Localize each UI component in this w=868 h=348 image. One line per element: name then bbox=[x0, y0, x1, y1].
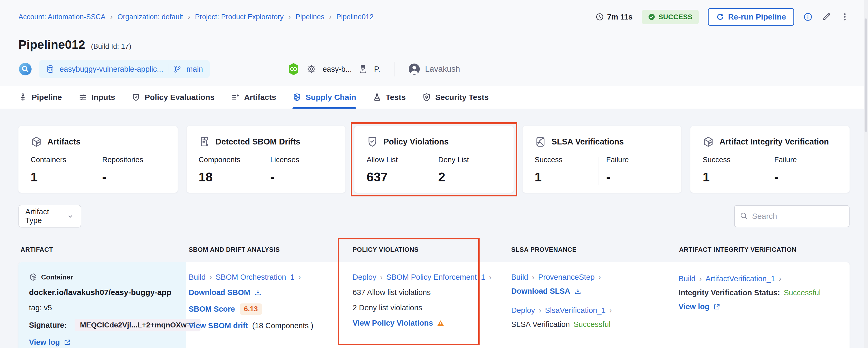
card-title: Artifacts bbox=[48, 137, 81, 147]
signature-value[interactable]: MEQCICde2Vjl...L+2+mqnOXw== bbox=[74, 319, 200, 331]
card-title: SLSA Verifications bbox=[552, 137, 624, 147]
chevron-separator: › bbox=[779, 274, 781, 283]
tab-pipeline[interactable]: Pipeline bbox=[19, 86, 62, 109]
shield-check-icon bbox=[367, 136, 378, 148]
tab-security-tests[interactable]: Security Tests bbox=[422, 86, 489, 109]
security-shield-icon bbox=[422, 93, 431, 102]
breadcrumb-account[interactable]: Account: Automation-SSCA bbox=[19, 13, 105, 21]
flask-icon bbox=[373, 93, 381, 102]
breadcrumb-separator: › bbox=[110, 13, 113, 21]
chevron-down-icon bbox=[66, 212, 74, 220]
slsa-verification-status: Successful bbox=[574, 320, 610, 329]
stat-label: Containers bbox=[31, 155, 94, 164]
card-sbom-drifts: Detected SBOM Drifts Components 18 Licen… bbox=[187, 126, 346, 193]
chevron-separator: › bbox=[598, 273, 601, 282]
step-link[interactable]: SBOM Policy Enforcement_1 bbox=[386, 273, 485, 282]
tab-artifacts[interactable]: Artifacts bbox=[231, 86, 276, 109]
tab-inputs[interactable]: Inputs bbox=[78, 86, 115, 109]
chevron-separator: › bbox=[538, 306, 541, 315]
column-header-slsa: SLSA PROVENANCE bbox=[508, 246, 676, 262]
breadcrumb-pipeline012[interactable]: Pipeline012 bbox=[336, 13, 373, 21]
slsa-cell: Build › ProvenanceStep › Download SLSA D… bbox=[508, 262, 676, 348]
edit-pencil-icon[interactable] bbox=[822, 12, 831, 22]
tab-bar: Pipeline Inputs Policy Evaluations Artif… bbox=[0, 86, 868, 109]
breadcrumb: Account: Automation-SSCA › Organization:… bbox=[19, 13, 374, 21]
stat-divider bbox=[598, 156, 598, 185]
stat-label: Licenses bbox=[270, 155, 333, 164]
view-policy-violations-link[interactable]: View Policy Violations bbox=[352, 319, 444, 327]
stage-link[interactable]: Build bbox=[679, 274, 696, 283]
step-link[interactable]: SlsaVerification_1 bbox=[545, 306, 606, 315]
stat-divider bbox=[262, 156, 262, 185]
supply-chain-shield-icon bbox=[292, 93, 302, 102]
stat-divider bbox=[430, 156, 430, 185]
stat-value: 2 bbox=[438, 170, 501, 184]
card-artifacts: Artifacts Containers 1 Repositories - bbox=[19, 126, 178, 193]
breadcrumb-project[interactable]: Project: Product Exploratory bbox=[195, 13, 283, 21]
breadcrumb-separator: › bbox=[329, 13, 332, 21]
repository-link[interactable]: easybuggy-vulnerable-applic... bbox=[60, 65, 163, 74]
artifact-image-name: docker.io/lavakush07/easy-buggy-app bbox=[29, 288, 175, 297]
column-header-integrity: ARTIFACT INTEGRITY VERIFICATION bbox=[676, 246, 849, 262]
allow-list-violations: 637 Allow list violations bbox=[352, 288, 504, 297]
card-title: Detected SBOM Drifts bbox=[216, 137, 301, 147]
summary-cards-row: Artifacts Containers 1 Repositories - D bbox=[19, 126, 849, 193]
artifact-type-select[interactable]: Artifact Type bbox=[19, 205, 81, 228]
kebab-menu-icon[interactable] bbox=[840, 12, 849, 22]
stat-value: - bbox=[606, 170, 670, 184]
stage-link[interactable]: Deploy bbox=[511, 306, 535, 315]
check-circle-icon bbox=[648, 13, 655, 21]
chevron-separator: › bbox=[380, 273, 383, 282]
artifact-cell: Container docker.io/lavakush07/easy-bugg… bbox=[19, 262, 186, 348]
clock-icon bbox=[595, 13, 604, 21]
user-info: Lavakush bbox=[408, 63, 460, 75]
deny-list-violations: 2 Deny list violations bbox=[352, 303, 504, 312]
stage-link[interactable]: Deploy bbox=[352, 273, 376, 282]
sbom-score-link[interactable]: SBOM Score bbox=[189, 305, 235, 314]
inspect-icon[interactable] bbox=[19, 62, 32, 76]
artifact-tag: tag: v5 bbox=[29, 303, 175, 312]
artifacts-table: ARTIFACT SBOM AND DRIFT ANALYSIS POLICY … bbox=[19, 246, 849, 348]
stat-label: Components bbox=[199, 155, 262, 164]
view-log-link[interactable]: View log bbox=[29, 338, 71, 347]
column-header-policy-violations: POLICY VIOLATIONS bbox=[343, 246, 508, 262]
breadcrumb-pipelines[interactable]: Pipelines bbox=[296, 13, 324, 21]
stat-value: - bbox=[102, 170, 165, 184]
stage-link[interactable]: Build bbox=[189, 273, 206, 282]
card-slsa-verifications: SLSA Verifications Success 1 Failure - bbox=[523, 126, 682, 193]
stat-value: 1 bbox=[703, 170, 766, 184]
sbom-scroll-icon bbox=[199, 136, 210, 148]
view-log-link[interactable]: View log bbox=[679, 302, 720, 311]
download-icon bbox=[254, 289, 262, 297]
breadcrumb-separator: › bbox=[288, 13, 291, 21]
status-badge: SUCCESS bbox=[642, 10, 699, 24]
integrity-cell: Build › ArtifactVerification_1 › Integri… bbox=[676, 262, 849, 348]
sbom-score-badge: 6.13 bbox=[240, 303, 262, 315]
artifact-type-label: Artifact Type bbox=[25, 207, 66, 225]
breadcrumb-organization[interactable]: Organization: default bbox=[118, 13, 183, 21]
download-slsa-link[interactable]: Download SLSA bbox=[511, 287, 582, 295]
download-sbom-link[interactable]: Download SBOM bbox=[189, 288, 262, 297]
step-link[interactable]: ArtifactVerification_1 bbox=[705, 274, 775, 283]
scrollbar-thumb[interactable] bbox=[865, 19, 867, 132]
tab-tests[interactable]: Tests bbox=[373, 86, 406, 109]
external-link-icon bbox=[713, 303, 720, 311]
info-icon[interactable] bbox=[803, 12, 813, 22]
step-link[interactable]: SBOM Orchestration_1 bbox=[216, 273, 294, 282]
tab-policy-evaluations[interactable]: Policy Evaluations bbox=[131, 86, 215, 109]
stat-value: 1 bbox=[31, 170, 94, 184]
search-input[interactable] bbox=[734, 205, 849, 227]
chevron-separator: › bbox=[532, 273, 535, 282]
rerun-pipeline-button[interactable]: Re-run Pipeline bbox=[708, 8, 794, 26]
chevron-separator: › bbox=[298, 273, 301, 282]
chevron-separator: › bbox=[489, 273, 492, 282]
scrollbar[interactable] bbox=[864, 0, 868, 348]
chevron-separator: › bbox=[609, 306, 612, 315]
branch-link[interactable]: main bbox=[186, 65, 203, 74]
tab-supply-chain[interactable]: Supply Chain bbox=[292, 86, 356, 109]
stage-link[interactable]: Build bbox=[511, 273, 528, 282]
sbom-drift-components: (18 Components ) bbox=[252, 321, 313, 330]
cube-icon bbox=[31, 136, 42, 148]
step-link[interactable]: ProvenanceStep bbox=[538, 273, 594, 282]
view-sbom-drift-link[interactable]: View SBOM drift bbox=[189, 321, 248, 330]
